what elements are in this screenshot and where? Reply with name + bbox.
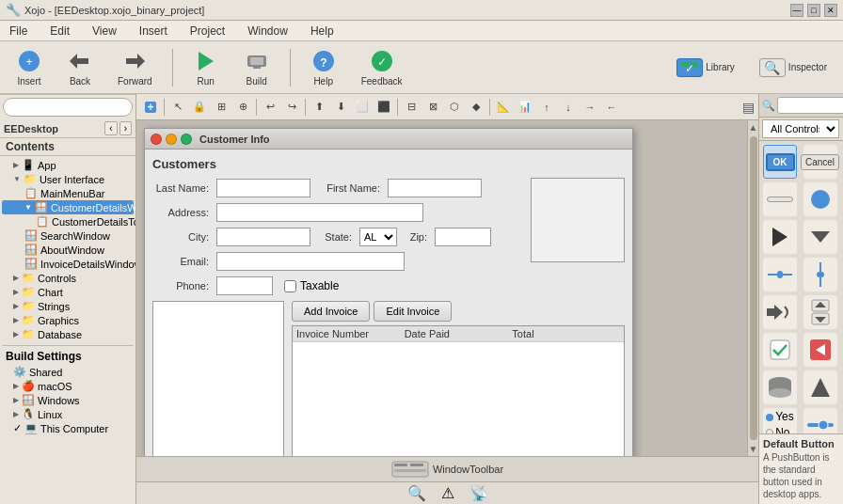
menu-edit[interactable]: Edit bbox=[44, 23, 75, 39]
state-select[interactable]: AL bbox=[359, 228, 397, 246]
blue-circle-control[interactable] bbox=[803, 182, 837, 216]
tree-item-customer-details-window[interactable]: ▼ 🪟 CustomerDetailsWindow bbox=[2, 200, 134, 214]
menu-project[interactable]: Project bbox=[184, 23, 231, 39]
tree-item-search-window[interactable]: 🪟 SearchWindow bbox=[2, 228, 134, 243]
add-btn[interactable]: + bbox=[140, 97, 161, 118]
stepper-control[interactable] bbox=[803, 295, 837, 329]
arrow-right-control[interactable] bbox=[803, 333, 837, 367]
measure-tool[interactable]: 📐 bbox=[493, 97, 514, 118]
database-control[interactable] bbox=[763, 370, 797, 404]
library-button[interactable]: ✓ Library bbox=[668, 54, 743, 82]
editor-area[interactable]: Customer Info Customers Last Name: First… bbox=[136, 120, 747, 456]
menu-insert[interactable]: Insert bbox=[134, 23, 173, 39]
ok-button-control[interactable]: OK bbox=[763, 145, 797, 179]
tree-item-about-window[interactable]: 🪟 AboutWindow bbox=[2, 243, 134, 257]
menu-file[interactable]: File bbox=[4, 23, 33, 39]
run-button[interactable]: Run bbox=[184, 43, 228, 91]
tree-item-user-interface[interactable]: ▼ 📁 User Interface bbox=[2, 172, 134, 186]
play-control[interactable] bbox=[763, 220, 797, 254]
chart-tool[interactable]: 📊 bbox=[515, 97, 535, 118]
radio-yes-no-control[interactable]: Yes No bbox=[763, 408, 797, 433]
back-button[interactable]: Back bbox=[58, 43, 102, 91]
insert-button[interactable]: + Insert bbox=[8, 43, 51, 91]
city-input[interactable] bbox=[216, 228, 310, 246]
close-btn[interactable]: ✕ bbox=[824, 4, 837, 17]
menu-view[interactable]: View bbox=[87, 23, 122, 39]
tree-item-app[interactable]: ▶ 📱 App bbox=[2, 158, 134, 172]
rect-tool[interactable]: ⬜ bbox=[352, 97, 373, 118]
rss-status-icon[interactable]: 📡 bbox=[469, 484, 488, 502]
tree-item-invoice-details-window[interactable]: 🪟 InvoiceDetailsWindow bbox=[2, 257, 134, 271]
window-max-btn[interactable] bbox=[181, 134, 192, 145]
close-tool[interactable]: ⊠ bbox=[422, 97, 443, 118]
build-button[interactable]: Build bbox=[235, 43, 278, 91]
undo-tool[interactable]: ↩ bbox=[260, 97, 280, 118]
plain-button-control[interactable] bbox=[763, 182, 797, 216]
cancel-button-control[interactable]: Cancel bbox=[803, 145, 837, 179]
pointer-tool[interactable]: ↖ bbox=[167, 97, 188, 118]
menu-window[interactable]: Window bbox=[242, 23, 294, 39]
last-name-input[interactable] bbox=[216, 179, 310, 197]
down-align-tool[interactable]: ⬇ bbox=[330, 97, 351, 118]
window-close-btn[interactable] bbox=[151, 134, 162, 145]
nav-prev-btn[interactable]: ‹ bbox=[104, 121, 117, 135]
tree-item-graphics[interactable]: ▶ 📁 Graphics bbox=[2, 313, 134, 327]
all-controls-select[interactable]: All Controls bbox=[762, 119, 839, 138]
hex-tool[interactable]: ⬡ bbox=[444, 97, 465, 118]
tree-item-strings[interactable]: ▶ 📁 Strings bbox=[2, 299, 134, 313]
first-name-input[interactable] bbox=[388, 179, 482, 197]
tree-item-chart[interactable]: ▶ 📁 Chart bbox=[2, 285, 134, 299]
scroll-thumb[interactable] bbox=[750, 136, 757, 440]
audio-control[interactable] bbox=[763, 295, 797, 329]
feedback-button[interactable]: ✓ Feedback bbox=[353, 43, 411, 91]
plus-tool[interactable]: ⊕ bbox=[232, 97, 253, 118]
tree-item-macos[interactable]: ▶ 🍎 macOS bbox=[2, 379, 134, 393]
arrow-up-tool[interactable]: ↑ bbox=[536, 97, 557, 118]
up-arrow-control[interactable] bbox=[803, 370, 837, 404]
scroll-down-arrow[interactable]: ▼ bbox=[747, 442, 758, 456]
slider-v-control[interactable] bbox=[803, 258, 837, 291]
up-align-tool[interactable]: ⬆ bbox=[309, 97, 329, 118]
inspector-button[interactable]: 🔍 Inspector bbox=[751, 54, 835, 82]
search-status-icon[interactable]: 🔍 bbox=[407, 484, 426, 502]
arrow-left-tool[interactable]: ← bbox=[601, 97, 622, 118]
scroll-up-arrow[interactable]: ▲ bbox=[747, 120, 758, 134]
address-input[interactable] bbox=[216, 203, 423, 222]
tree-item-shared[interactable]: ⚙️ Shared bbox=[2, 365, 134, 379]
add-invoice-btn[interactable]: Add Invoice bbox=[292, 301, 370, 322]
menu-help[interactable]: Help bbox=[305, 23, 340, 39]
arrow-right-tool[interactable]: → bbox=[580, 97, 600, 118]
maximize-btn[interactable]: □ bbox=[807, 4, 820, 17]
track-control[interactable] bbox=[803, 408, 837, 433]
tree-item-database[interactable]: ▶ 📁 Database bbox=[2, 327, 134, 341]
forward-button[interactable]: Forward bbox=[109, 43, 161, 91]
panel-toggle[interactable]: ▤ bbox=[742, 100, 755, 115]
tree-item-controls[interactable]: ▶ 📁 Controls bbox=[2, 271, 134, 285]
tree-item-windows[interactable]: ▶ 🪟 Windows bbox=[2, 393, 134, 407]
center-scrollbar[interactable]: ▲ ▼ bbox=[747, 120, 758, 456]
minimize-btn[interactable]: — bbox=[790, 4, 803, 17]
lock-tool[interactable]: 🔒 bbox=[189, 97, 210, 118]
redo-tool[interactable]: ↪ bbox=[281, 97, 302, 118]
search-input[interactable] bbox=[3, 98, 133, 117]
tree-item-this-computer[interactable]: ✓ 💻 This Computer bbox=[2, 421, 134, 435]
help-button[interactable]: ? Help bbox=[302, 43, 345, 91]
tree-item-linux[interactable]: ▶ 🐧 Linux bbox=[2, 407, 134, 421]
nav-next-btn[interactable]: › bbox=[119, 121, 132, 135]
warning-status-icon[interactable]: ⚠ bbox=[441, 484, 454, 502]
tree-item-mainmenubar[interactable]: 📋 MainMenuBar bbox=[2, 186, 134, 200]
diamond-tool[interactable]: ◆ bbox=[466, 97, 486, 118]
slider-h-control[interactable] bbox=[763, 258, 797, 291]
controls-search-input[interactable] bbox=[777, 97, 843, 114]
edit-invoice-btn[interactable]: Edit Invoice bbox=[374, 301, 452, 322]
dropdown-control[interactable] bbox=[803, 220, 837, 254]
arrow-down-tool[interactable]: ↓ bbox=[558, 97, 579, 118]
tree-item-customer-details-toolbar[interactable]: 📋 CustomerDetailsToolbar bbox=[2, 214, 134, 228]
phone-input[interactable] bbox=[216, 276, 273, 295]
window-min-btn[interactable] bbox=[166, 134, 177, 145]
grid-tool[interactable]: ⊞ bbox=[211, 97, 231, 118]
minus-tool[interactable]: ⊟ bbox=[401, 97, 422, 118]
taxable-checkbox-label[interactable]: Taxable bbox=[284, 279, 339, 292]
taxable-checkbox[interactable] bbox=[284, 280, 296, 292]
checkbox-control[interactable] bbox=[763, 333, 797, 367]
